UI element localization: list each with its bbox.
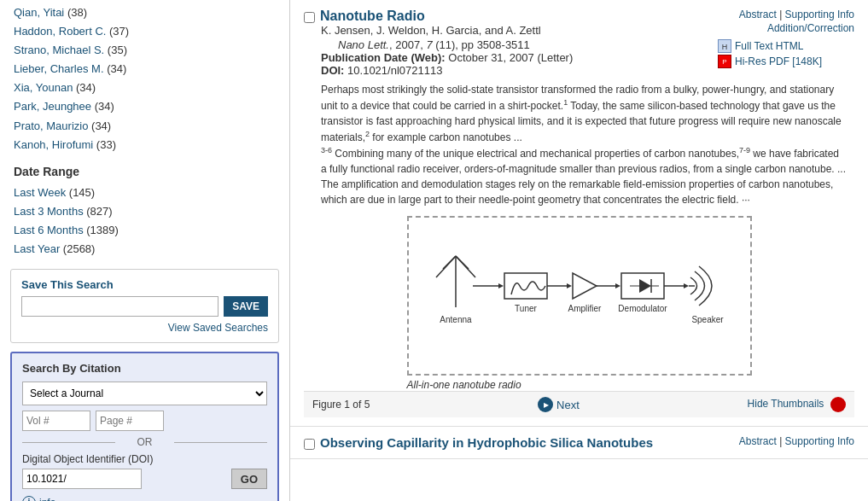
supporting-link-2[interactable]: Supporting Info [785, 435, 854, 447]
volume-input[interactable] [22, 411, 90, 431]
article-actions-2: Abstract | Supporting Info [739, 435, 854, 447]
pdf-link-1[interactable]: P Hi-Res PDF [148K] [718, 55, 854, 68]
article-title-2[interactable]: Observing Capillarity in Hydrophobic Sil… [320, 435, 653, 450]
doi-label: Digital Object Identifier (DOI) [22, 453, 267, 465]
go-button[interactable]: GO [231, 469, 267, 489]
date-range-3months[interactable]: Last 3 Months (827) [14, 202, 276, 221]
pub-date-line-1: Publication Date (Web): October 31, 2007… [321, 51, 701, 64]
abstract-text-1: Perhaps most strikingly the solid-state … [321, 82, 846, 207]
html-icon-1: H [718, 39, 731, 53]
svg-marker-23 [684, 283, 689, 288]
svg-text:Antenna: Antenna [440, 315, 472, 324]
article-checkbox-2[interactable] [304, 439, 315, 450]
figure-count-1: Figure 1 of 5 [312, 399, 370, 411]
view-saved-searches-link[interactable]: View Saved Searches [21, 322, 268, 334]
svg-marker-18 [639, 279, 651, 293]
save-search-title: Save This Search [21, 278, 268, 291]
main-content: Nanotube Radio K. Jensen, J. Weldon, H. … [290, 0, 868, 501]
addition-correction-1[interactable]: Addition/Correction [718, 22, 854, 34]
pdf-icon-1: P [718, 55, 731, 68]
author-item[interactable]: Park, Jeunghee (34) [14, 97, 276, 116]
author-item[interactable]: Qian, Yitai (38) [14, 3, 276, 22]
sidebar: Qian, Yitai (38) Haddon, Robert C. (37) … [0, 0, 290, 501]
info-text[interactable]: info [39, 497, 55, 501]
date-range-list: Last Week (145) Last 3 Months (827) Last… [0, 182, 289, 260]
action-links-2: Abstract | Supporting Info [739, 435, 854, 447]
svg-text:Demodulator: Demodulator [618, 304, 667, 313]
journal-select[interactable]: Select a Journal [22, 382, 267, 405]
citation-box: Search By Citation Select a Journal OR D… [10, 352, 279, 501]
date-range-week[interactable]: Last Week (145) [14, 184, 276, 202]
svg-text:Speaker: Speaker [691, 315, 724, 324]
svg-text:Tuner: Tuner [515, 304, 537, 313]
svg-rect-8 [504, 273, 547, 299]
svg-line-4 [456, 256, 475, 277]
journal-line-1: Nano Lett., 2007, 7 (11), pp 3508-3511 [321, 38, 701, 51]
abstract-link-2[interactable]: Abstract [739, 435, 777, 447]
date-range-year[interactable]: Last Year (2568) [14, 240, 276, 259]
svg-marker-11 [567, 283, 572, 288]
author-item[interactable]: Haddon, Robert C. (37) [14, 22, 276, 41]
svg-text:Amplifier: Amplifier [568, 304, 602, 313]
author-list: Qian, Yitai (38) Haddon, Robert C. (37) … [0, 0, 289, 158]
article-card-1: Nanotube Radio K. Jensen, J. Weldon, H. … [290, 0, 868, 427]
author-item[interactable]: Strano, Michael S. (35) [14, 41, 276, 60]
save-search-input[interactable] [21, 296, 218, 317]
article-title-1[interactable]: Nanotube Radio [320, 9, 425, 24]
figure-caption-1: All-in-one nanotube radio [407, 379, 752, 391]
date-range-header: Date Range [0, 158, 289, 182]
html-link-1[interactable]: H Full Text HTML [718, 39, 854, 53]
file-links-1: H Full Text HTML P Hi-Res PDF [148K] [718, 39, 854, 68]
article-card-2: Observing Capillarity in Hydrophobic Sil… [290, 427, 868, 459]
author-item[interactable]: Prato, Maurizio (34) [14, 117, 276, 136]
info-icon[interactable]: i [22, 496, 36, 501]
hide-thumbnails-link[interactable]: Hide Thumbnails [748, 398, 824, 410]
next-icon [538, 397, 553, 412]
svg-marker-12 [573, 273, 597, 299]
figure-nav-1: Figure 1 of 5 Next Hide Thumbnails [304, 391, 854, 417]
doi-row: GO [22, 469, 267, 489]
author-item[interactable]: Xia, Younan (34) [14, 79, 276, 97]
svg-marker-15 [615, 283, 620, 288]
page-input[interactable] [96, 411, 164, 431]
figure-area-1: Antenna Tuner [407, 216, 752, 391]
article-checkbox-1[interactable] [304, 12, 315, 23]
article-actions-1: Abstract | Supporting Info Addition/Corr… [718, 9, 854, 68]
figure-image-1: Antenna Tuner [407, 216, 752, 376]
citation-title: Search By Citation [22, 362, 267, 375]
abstract-link-1[interactable]: Abstract [739, 9, 777, 20]
info-row: i info [22, 496, 267, 501]
thumbnail-icon [830, 397, 846, 412]
action-links-1: Abstract | Supporting Info [718, 9, 854, 20]
supporting-link-1[interactable]: Supporting Info [785, 9, 854, 20]
nanotube-radio-svg: Antenna Tuner [417, 226, 742, 363]
doi-input[interactable] [22, 469, 142, 489]
save-button[interactable]: SAVE [224, 296, 268, 317]
or-divider: OR [22, 436, 267, 448]
save-search-box: Save This Search SAVE View Saved Searche… [10, 269, 279, 343]
svg-marker-7 [498, 283, 504, 288]
date-range-6months[interactable]: Last 6 Months (1389) [14, 221, 276, 240]
svg-line-3 [436, 256, 456, 277]
author-item[interactable]: Lieber, Charles M. (34) [14, 60, 276, 79]
author-item[interactable]: Kanoh, Hirofumi (33) [14, 136, 276, 154]
authors-line-1: K. Jensen, J. Weldon, H. Garcia, and A. … [321, 24, 701, 37]
next-button-1[interactable]: Next [538, 397, 580, 412]
vol-page-row [22, 411, 267, 431]
doi-line-1: DOI: 10.1021/nl0721113 [321, 64, 701, 77]
save-search-row: SAVE [21, 296, 268, 317]
